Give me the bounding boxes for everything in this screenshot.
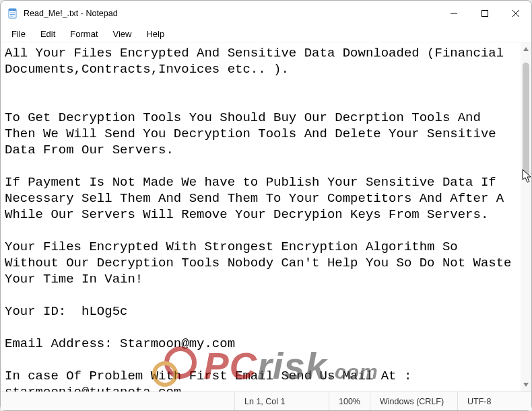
menu-view[interactable]: View (106, 28, 139, 40)
text-editor[interactable]: All Your Files Encrypted And Sensitive D… (1, 42, 521, 391)
maximize-button[interactable] (469, 1, 500, 26)
titlebar[interactable]: Read_Me!_.txt - Notepad (1, 1, 531, 26)
scroll-thumb[interactable] (523, 63, 529, 177)
minimize-button[interactable] (438, 1, 469, 26)
menubar: File Edit Format View Help (1, 26, 531, 42)
menu-file[interactable]: File (5, 28, 32, 40)
window-title: Read_Me!_.txt - Notepad (24, 9, 438, 18)
status-zoom[interactable]: 100% (329, 392, 370, 410)
svg-rect-6 (482, 11, 488, 17)
content-area: All Your Files Encrypted And Sensitive D… (1, 42, 531, 391)
notepad-window: Read_Me!_.txt - Notepad File Edit Format… (0, 0, 532, 411)
status-encoding: UTF-8 (457, 392, 531, 410)
notepad-icon (7, 8, 18, 19)
menu-edit[interactable]: Edit (34, 28, 62, 40)
window-controls (438, 1, 531, 26)
menu-format[interactable]: Format (63, 28, 104, 40)
scroll-up-icon[interactable] (521, 44, 531, 54)
scroll-down-icon[interactable] (521, 379, 531, 390)
statusbar-spacer (1, 392, 234, 410)
close-button[interactable] (500, 1, 531, 26)
menu-help[interactable]: Help (139, 28, 171, 40)
svg-rect-1 (9, 9, 16, 11)
statusbar: Ln 1, Col 1 100% Windows (CRLF) UTF-8 (1, 391, 531, 410)
status-position: Ln 1, Col 1 (234, 392, 329, 410)
mouse-cursor-icon (522, 169, 532, 184)
status-line-ending: Windows (CRLF) (370, 392, 457, 410)
vertical-scrollbar[interactable] (521, 42, 531, 391)
